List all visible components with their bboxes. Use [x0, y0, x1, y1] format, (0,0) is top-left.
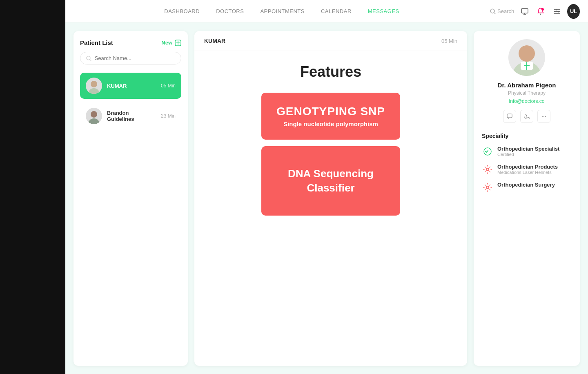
header-right: Search UL [490, 4, 580, 19]
doctor-actions [503, 110, 550, 123]
chat-time: 05 Min [441, 38, 457, 44]
search-icon [490, 9, 496, 14]
new-badge[interactable]: New [161, 40, 181, 46]
speciality-info-1: Orthopedician Products Medications Laser… [497, 164, 558, 175]
patient-avatar-kumar [86, 78, 102, 94]
svg-line-18 [90, 59, 91, 60]
panel-header: Patient List New [80, 39, 181, 46]
svg-point-7 [541, 8, 544, 11]
svg-rect-10 [554, 11, 560, 12]
svg-point-22 [91, 111, 97, 118]
patient-search-input[interactable] [95, 55, 175, 61]
speciality-title: Speciality [482, 133, 572, 139]
speciality-icon-0 [482, 146, 493, 157]
nav-appointments[interactable]: APPOINTMENTS [260, 8, 305, 14]
doctor-specialty: Physical Therapy [508, 90, 546, 96]
patient-info-kumar: KUMAR [107, 83, 156, 89]
search-label: Search [497, 8, 514, 14]
svg-point-33 [486, 168, 489, 171]
search-box[interactable]: Search [490, 8, 514, 14]
doctor-action-call[interactable] [520, 110, 533, 123]
chat-contact-name: KUMAR [204, 38, 225, 44]
svg-point-21 [88, 118, 100, 124]
nav-doctors[interactable]: DOCTORS [216, 8, 244, 14]
speciality-info-2: Orthopedician Surgery [497, 182, 555, 188]
svg-rect-4 [521, 9, 528, 13]
doctor-action-chat[interactable] [503, 110, 516, 123]
patient-avatar-brandon [86, 108, 102, 124]
doctor-panel: Dr. Abraham Pigeon Physical Therapy info… [474, 31, 580, 366]
speciality-desc-1: Medications Laser Helmets [497, 170, 558, 175]
patient-list-panel: Patient List New [74, 31, 188, 366]
svg-point-19 [88, 88, 100, 94]
speciality-desc-0: Certified [497, 152, 559, 157]
notification-icon[interactable] [535, 5, 546, 18]
left-sidebar [0, 0, 65, 374]
main-content: Patient List New [0, 23, 588, 374]
doctor-action-more[interactable] [537, 110, 550, 123]
new-icon [175, 40, 181, 46]
speciality-name-0: Orthopedician Specialist [497, 146, 559, 152]
chat-header: KUMAR 05 Min [194, 31, 467, 51]
doctor-avatar [508, 39, 545, 76]
speciality-section: Speciality Orthopedician Specialist Cert… [482, 133, 572, 200]
patient-item-brandon[interactable]: Brandon Guidelines 23 Min [80, 103, 181, 129]
patient-search-wrapper[interactable] [80, 52, 181, 65]
nav-dashboard[interactable]: DASHBOARD [164, 8, 200, 14]
patient-name-kumar: KUMAR [107, 83, 156, 89]
settings-icon[interactable] [551, 5, 562, 18]
svg-rect-11 [554, 13, 560, 14]
patient-info-brandon: Brandon Guidelines [107, 110, 156, 122]
patient-name-brandon: Brandon Guidelines [107, 110, 156, 122]
nav-calendar[interactable]: CALENDAR [321, 8, 352, 14]
header: 🌿 DASHBOARD DOCTORS APPOINTMENTS CALENDA… [0, 0, 588, 23]
svg-point-20 [91, 81, 97, 87]
speciality-item-0: Orthopedician Specialist Certified [482, 146, 572, 157]
svg-point-31 [543, 116, 544, 117]
svg-rect-28 [507, 114, 512, 118]
svg-point-24 [519, 45, 535, 62]
features-title: Features [300, 63, 361, 80]
panel-title: Patient List [80, 39, 113, 46]
doctor-email[interactable]: info@doctors.co [509, 98, 545, 104]
svg-point-30 [542, 116, 543, 117]
nav-messages[interactable]: MESSAGES [368, 8, 399, 14]
patient-time-kumar: 05 Min [161, 83, 176, 89]
speciality-name-1: Orthopedician Products [497, 164, 558, 170]
svg-point-32 [545, 116, 546, 117]
speciality-item-1: Orthopedician Products Medications Laser… [482, 164, 572, 175]
speciality-item-2: Orthopedician Surgery [482, 182, 572, 193]
speciality-name-2: Orthopedician Surgery [497, 182, 555, 188]
feature-card-genotyping: GENOTYPING SNP Single nucleotide polymor… [261, 93, 400, 140]
dna-title: DNA Sequencing Classifier [271, 167, 390, 195]
doctor-name: Dr. Abraham Pigeon [498, 82, 556, 89]
speciality-icon-2 [482, 182, 493, 193]
speciality-info-0: Orthopedician Specialist Certified [497, 146, 559, 157]
speciality-icon-1 [482, 164, 493, 175]
monitor-icon[interactable] [519, 5, 530, 18]
feature-card-dna: DNA Sequencing Classifier [261, 146, 400, 216]
chat-content: Features GENOTYPING SNP Single nucleotid… [194, 51, 467, 366]
user-avatar[interactable]: UL [567, 4, 580, 19]
patient-time-brandon: 23 Min [161, 113, 176, 119]
svg-rect-9 [554, 9, 560, 10]
chat-panel: KUMAR 05 Min Features GENOTYPING SNP Sin… [194, 31, 467, 366]
patient-item-kumar[interactable]: KUMAR 05 Min [80, 73, 181, 99]
svg-point-34 [486, 186, 489, 189]
svg-line-3 [494, 13, 495, 14]
main-nav: DASHBOARD DOCTORS APPOINTMENTS CALENDAR … [74, 8, 490, 14]
patient-search-icon [86, 56, 91, 61]
svg-rect-12 [556, 9, 557, 11]
genotyping-title: GENOTYPING SNP [276, 105, 385, 118]
genotyping-subtitle: Single nucleotide polymorphism [283, 120, 378, 127]
svg-rect-13 [558, 11, 559, 13]
